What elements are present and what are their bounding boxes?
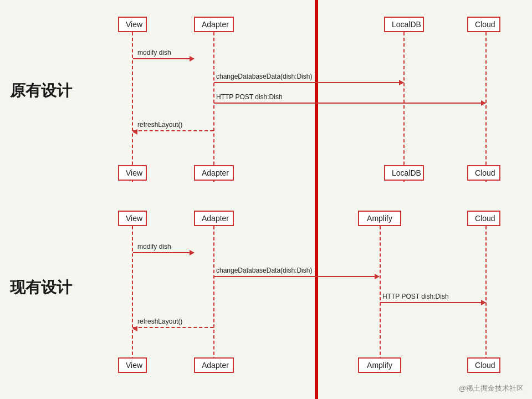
box-bot-adapter1: Adapter <box>194 211 234 226</box>
lifeline-bot-amplify1 <box>380 226 381 371</box>
original-design-label: 原有设计 <box>10 80 72 101</box>
arrow-http-post-top <box>214 103 485 104</box>
box-bot-amplify2: Amplify <box>358 357 401 373</box>
diagram-container: 原有设计 现有设计 View Adapter LocalDB Cloud mod… <box>0 0 532 399</box>
label-modify-dish-top: modify dish <box>137 49 171 57</box>
label-change-db-top: changeDatabaseData(dish:Dish) <box>216 73 312 80</box>
box-top-cloud2: Cloud <box>467 165 500 181</box>
box-top-cloud1: Cloud <box>467 17 500 32</box>
label-change-db-bot: changeDatabaseData(dish:Dish) <box>216 267 312 274</box>
lifeline-top-localdb1 <box>403 32 405 182</box>
lifeline-bot-adapter1 <box>213 226 214 371</box>
box-bot-adapter2: Adapter <box>194 357 234 373</box>
label-refresh-top: refreshLayout() <box>137 121 182 129</box>
box-bot-amplify1: Amplify <box>358 211 401 226</box>
arrow-modify-dish-top <box>133 58 194 59</box>
box-top-localdb2: LocalDB <box>384 165 424 181</box>
lifeline-bot-view1 <box>132 226 133 371</box>
box-top-view2: View <box>118 165 147 181</box>
arrow-refresh-bot <box>133 327 213 328</box>
box-top-view1: View <box>118 17 147 32</box>
current-design-label: 现有设计 <box>10 277 72 298</box>
lifeline-top-cloud1 <box>485 32 487 182</box>
label-refresh-bot: refreshLayout() <box>137 318 182 325</box>
box-bot-cloud2: Cloud <box>467 357 500 373</box>
box-top-localdb1: LocalDB <box>384 17 424 32</box>
label-http-post-top: HTTP POST dish:Dish <box>216 93 283 101</box>
arrow-change-db-top <box>214 82 403 83</box>
watermark: @稀土掘金技术社区 <box>459 383 524 393</box>
label-http-post-bot: HTTP POST dish:Dish <box>382 293 449 300</box>
arrow-modify-dish-bot <box>133 252 194 253</box>
label-modify-dish-bot: modify dish <box>137 243 171 250</box>
box-bot-cloud1: Cloud <box>467 211 500 226</box>
arrow-http-post-bot <box>380 302 485 303</box>
arrow-refresh-top <box>133 130 213 131</box>
box-bot-view2: View <box>118 357 147 373</box>
lifeline-bot-cloud1 <box>485 226 487 371</box>
arrow-change-db-bot <box>214 276 379 277</box>
box-bot-view1: View <box>118 211 147 226</box>
lifeline-top-view1 <box>132 32 133 182</box>
section-divider <box>315 0 318 399</box>
box-top-adapter1: Adapter <box>194 17 234 32</box>
box-top-adapter2: Adapter <box>194 165 234 181</box>
lifeline-top-adapter1 <box>213 32 214 182</box>
